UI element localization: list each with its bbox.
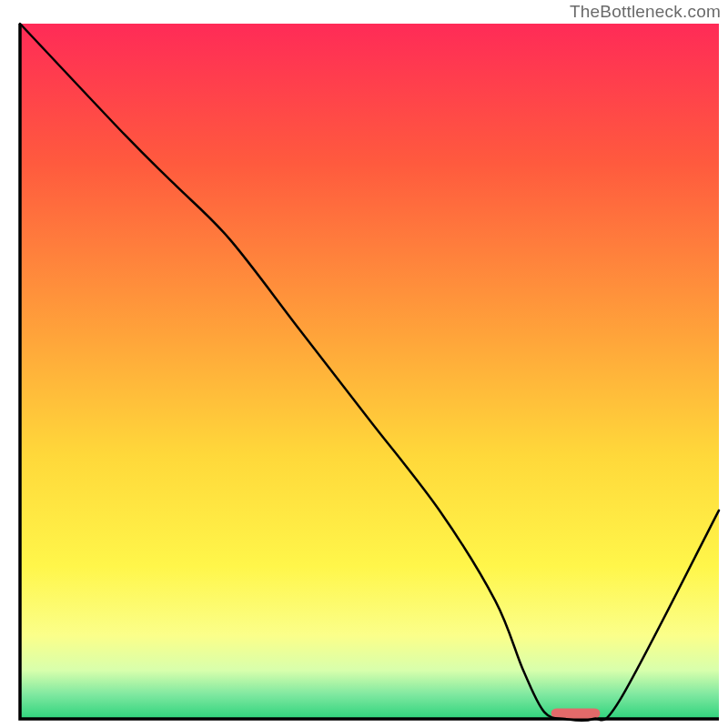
bottleneck-chart [0,0,728,728]
chart-container: TheBottleneck.com [0,0,728,728]
plot-area [20,24,719,721]
optimal-range-marker [551,708,601,718]
gradient-background [20,24,719,719]
